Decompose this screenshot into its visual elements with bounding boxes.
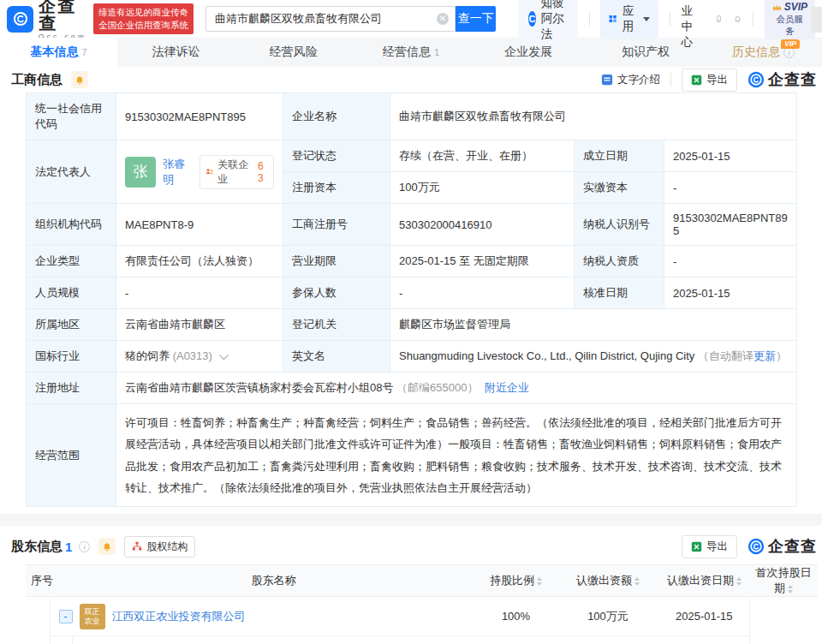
field-value: -: [116, 277, 283, 309]
tab-label: 历史信息: [732, 45, 780, 60]
notifications-bell-icon[interactable]: [734, 11, 742, 27]
qcc-mark-icon: [748, 71, 765, 88]
monitor-bell-button[interactable]: [71, 71, 88, 88]
postal-code: （邮编655000）: [396, 381, 478, 394]
column-header-date[interactable]: 认缴出资日期: [659, 565, 749, 597]
top-header: 企查查 Qcc.com 缔造有远见的商业传奇 全国企业信用查询系统 ✕ 查一下 …: [0, 0, 822, 38]
collapse-toggle-icon[interactable]: -: [59, 610, 73, 623]
related-companies-icon: [206, 167, 214, 176]
field-value: 云南省曲靖市麒麟区: [116, 309, 283, 341]
tab-company-development[interactable]: 企业发展: [470, 38, 587, 67]
tab-count: 7: [82, 47, 87, 57]
shareholder-main-row: 1 - 双正 农业 江西双正农业投资有限公司 100% 100万元: [26, 597, 818, 636]
svip-member-button[interactable]: SVIP 会员服务: [765, 0, 815, 39]
tab-label: 经营风险: [270, 45, 318, 60]
update-translation-link[interactable]: 更新: [754, 349, 776, 362]
shareholders-section: 股东信息 1 股权结构: [0, 534, 822, 644]
divider: [753, 12, 754, 26]
field-label: 统一社会信用代码: [27, 93, 116, 140]
shareholder-count: 1: [65, 540, 72, 554]
english-name-value: Shuangmuding Livestock Co., Ltd., Qilin …: [399, 349, 694, 362]
sort-icon[interactable]: [537, 577, 542, 586]
column-header-amount[interactable]: 认缴出资额: [557, 565, 659, 597]
excel-icon: [691, 541, 702, 552]
sort-icon[interactable]: [788, 585, 793, 593]
svip-text: SVIP: [784, 1, 807, 14]
qcc-watermark: 企查查: [748, 536, 817, 557]
related-companies-badge[interactable]: 关联企业 63: [200, 155, 274, 189]
table-header-row: 序号 股东名称 持股比例 认缴出资额 认缴出资日期 首次持股日期: [26, 565, 818, 597]
equity-structure-button[interactable]: 股权结构: [124, 536, 195, 558]
clear-search-icon[interactable]: ✕: [437, 13, 449, 25]
sort-icon[interactable]: [634, 577, 640, 586]
divider: [670, 12, 670, 26]
amount-value: 100万元: [557, 597, 659, 636]
search-area: ✕: [206, 6, 456, 32]
slogan-line1: 缔造有远见的商业传奇: [98, 6, 188, 19]
search-button[interactable]: 查一下: [456, 6, 496, 32]
tab-operation-info[interactable]: 经营信息 1: [352, 38, 469, 67]
field-value: MAE8PNT8-9: [116, 204, 283, 246]
field-label: 登记状态: [283, 140, 390, 172]
excel-icon: [691, 75, 702, 86]
shareholders-toolbar: 导出 企查查: [682, 535, 817, 558]
tab-legal-litigation[interactable]: 法律诉讼: [117, 38, 235, 67]
watermark-text: 企查查: [768, 536, 817, 557]
apps-label: 应用: [622, 3, 638, 34]
table-row: 所属地区 云南省曲靖市麒麟区 登记机关 麒麟区市场监督管理局: [27, 309, 797, 341]
field-label: 登记机关: [283, 309, 390, 341]
alpha-icon: C: [528, 11, 535, 27]
apps-menu[interactable]: 应用: [600, 0, 658, 39]
qcc-mark-icon: [748, 538, 765, 555]
field-label: 法定代表人: [27, 140, 116, 204]
table-row: 法定代表人 张 张睿明 关联企业 63: [27, 140, 797, 172]
sub-shareholder-cell: + 江西正邦科技股份有限公司: [72, 636, 475, 644]
text-intro-icon: [601, 74, 613, 86]
field-value: -: [390, 277, 575, 309]
shareholder-name-link[interactable]: 江西双正农业投资有限公司: [112, 609, 246, 624]
equity-structure-label: 股权结构: [146, 540, 188, 554]
mobile-app-icon[interactable]: [715, 11, 723, 27]
export-button[interactable]: 导出: [682, 535, 737, 558]
field-label: 核准日期: [575, 277, 664, 309]
info-icon[interactable]: [79, 541, 90, 552]
address-value: 云南省曲靖市麒麟区茨营镇杨家村委会瓦窑村小组08号: [125, 381, 393, 394]
shareholders-table: 序号 股东名称 持股比例 认缴出资额 认缴出资日期 首次持股日期 1 - 双正: [26, 564, 818, 644]
crown-icon: [772, 3, 782, 11]
qcc-logo-icon[interactable]: [7, 6, 33, 33]
legal-rep-link[interactable]: 张睿明: [163, 157, 193, 188]
amount-value: 12000万元: [557, 636, 659, 644]
tab-history-info[interactable]: VIP 历史信息: [705, 38, 822, 67]
text-intro-button[interactable]: 文字介绍: [601, 73, 660, 87]
logo-text-block[interactable]: 企查查 Qcc.com: [39, 0, 86, 40]
tab-business-risk[interactable]: 经营风险: [235, 38, 352, 67]
business-info-section: 工商信息 文字介绍: [0, 67, 822, 507]
tab-basic-info[interactable]: 基本信息 7: [0, 38, 117, 67]
tab-intellectual-property[interactable]: 知识产权: [587, 38, 705, 67]
date-value: 2029-05-23: [659, 636, 749, 644]
monitor-bell-button[interactable]: [98, 538, 116, 555]
column-header-first-date[interactable]: 首次持股日期: [749, 565, 818, 597]
field-label: 纳税人资质: [575, 246, 664, 277]
auto-translate-note-close: ）: [776, 349, 787, 362]
table-row: 企业类型 有限责任公司（法人独资） 营业期限 2025-01-15 至 无固定期…: [27, 246, 797, 277]
search-input[interactable]: [206, 6, 456, 32]
auto-translate-note: （自动翻译: [698, 349, 754, 362]
svip-line2: 会员服务: [772, 14, 807, 36]
address-cell: 云南省曲靖市麒麟区茨营镇杨家村委会瓦窑村小组08号 （邮编655000） 附近企…: [116, 373, 797, 404]
chevron-down-icon[interactable]: [218, 350, 228, 360]
column-header-ratio[interactable]: 持股比例: [475, 565, 557, 597]
field-value: -: [664, 246, 797, 277]
field-label: 工商注册号: [283, 204, 390, 246]
export-button[interactable]: 导出: [682, 69, 737, 92]
field-label: 人员规模: [27, 277, 116, 309]
avatar[interactable]: 张: [125, 157, 156, 188]
nearby-companies-link[interactable]: 附近企业: [485, 381, 529, 394]
field-label: 所属地区: [27, 309, 116, 341]
tab-label: 经营信息: [383, 45, 431, 60]
table-row: 注册地址 云南省曲靖市麒麟区茨营镇杨家村委会瓦窑村小组08号 （邮编655000…: [27, 373, 797, 404]
column-header-seq: 序号: [26, 565, 72, 597]
sort-icon[interactable]: [736, 577, 742, 586]
brand-slogan: 缔造有远见的商业传奇 全国企业信用查询系统: [93, 3, 194, 34]
bell-icon: [102, 541, 112, 552]
